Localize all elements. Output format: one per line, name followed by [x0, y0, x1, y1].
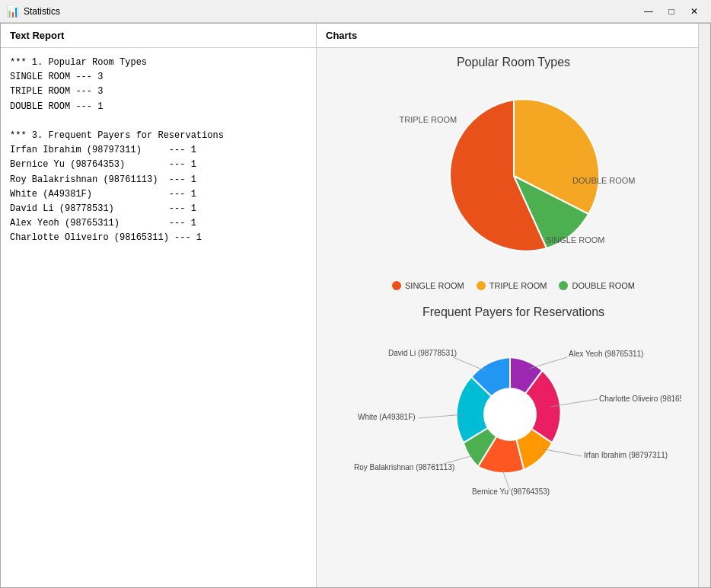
charts-header: Charts	[317, 24, 710, 48]
legend-dot-triple	[477, 281, 486, 290]
svg-text:White (A49381F): White (A49381F)	[358, 413, 416, 421]
single-room-label: SINGLE ROOM	[546, 235, 605, 244]
text-report-header: Text Report	[1, 24, 316, 48]
legend-label-triple: TRIPLE ROOM	[489, 281, 547, 290]
legend-label-double: DOUBLE ROOM	[572, 281, 635, 290]
pie-chart-title: Popular Room Types	[457, 56, 570, 69]
title-bar: 📊 Statistics — □ ✕	[0, 0, 711, 23]
pie-chart-section: Popular Room Types DOUBLE ROOM	[324, 56, 703, 290]
double-room-label: DOUBLE ROOM	[572, 176, 636, 185]
title-bar-controls: — □ ✕	[638, 3, 705, 20]
legend-double-room: DOUBLE ROOM	[559, 281, 635, 290]
svg-line-9	[453, 357, 486, 371]
svg-text:David Li (98778531): David Li (98778531)	[388, 349, 457, 357]
minimize-button[interactable]: —	[638, 3, 659, 20]
title-bar-left: 📊 Statistics	[6, 5, 60, 18]
donut-chart-svg: Alex Yeoh (98765311) Charlotte Oliveiro …	[346, 327, 681, 502]
window-title: Statistics	[24, 6, 60, 17]
close-button[interactable]: ✕	[684, 3, 705, 20]
legend-single-room: SINGLE ROOM	[392, 281, 464, 290]
donut-chart-container: Alex Yeoh (98765311) Charlotte Oliveiro …	[346, 327, 681, 502]
legend-dot-single	[392, 281, 401, 290]
svg-text:Charlotte Oliveiro (98165311): Charlotte Oliveiro (98165311)	[599, 395, 681, 403]
svg-line-3	[529, 357, 567, 369]
pie-chart-container: DOUBLE ROOM SINGLE ROOM TRIPLE ROOM DOUB…	[400, 77, 628, 275]
left-panel: Text Report *** 1. Popular Room Types SI…	[1, 24, 317, 587]
svg-point-2	[483, 388, 537, 441]
donut-chart-title: Frequent Payers for Reservations	[422, 305, 604, 319]
donut-chart-section: Frequent Payers for Reservations	[324, 305, 703, 502]
window-icon: 📊	[6, 5, 19, 18]
legend-triple-room: TRIPLE ROOM	[477, 281, 547, 290]
right-panel: Charts Popular Room Types	[317, 24, 710, 587]
charts-content: Popular Room Types DOUBLE ROOM	[317, 48, 710, 587]
svg-text:Roy Balakrishnan (98761113): Roy Balakrishnan (98761113)	[354, 463, 454, 471]
svg-text:Irfan Ibrahim (98797311): Irfan Ibrahim (98797311)	[584, 451, 668, 459]
pie-chart-legend: SINGLE ROOM TRIPLE ROOM DOUBLE ROOM	[392, 281, 635, 290]
maximize-button[interactable]: □	[661, 3, 682, 20]
svg-text:Alex Yeoh (98765311): Alex Yeoh (98765311)	[569, 350, 643, 358]
text-report-content: *** 1. Popular Room Types SINGLE ROOM --…	[1, 48, 316, 587]
svg-text:Bernice Yu (98764353): Bernice Yu (98764353)	[472, 487, 550, 496]
triple-room-label: TRIPLE ROOM	[400, 115, 458, 124]
main-container: Text Report *** 1. Popular Room Types SI…	[0, 23, 711, 588]
legend-dot-double	[559, 281, 568, 290]
legend-label-single: SINGLE ROOM	[405, 281, 464, 290]
scrollbar[interactable]	[698, 24, 710, 587]
